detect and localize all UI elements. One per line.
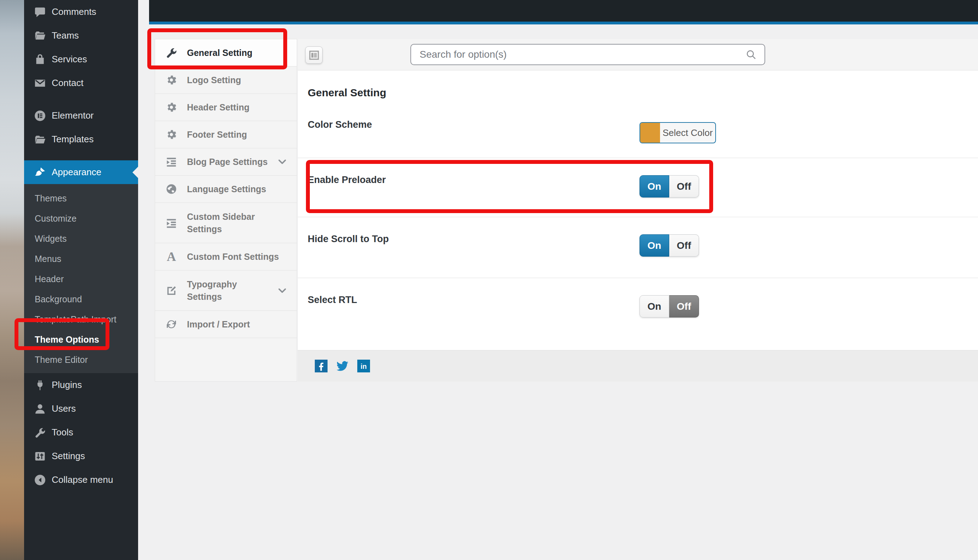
toggle-off-button[interactable]: Off xyxy=(669,295,699,318)
bag-icon xyxy=(34,53,46,65)
select-color-button[interactable]: Select Color xyxy=(639,122,716,143)
appearance-submenu: Themes Customize Widgets Menus Header Ba… xyxy=(24,184,138,373)
scroll-top-toggle: On Off xyxy=(639,234,699,257)
submenu-item-widgets[interactable]: Widgets xyxy=(24,229,138,249)
chevron-down-icon xyxy=(277,285,287,296)
nav-item-label: Language Settings xyxy=(187,183,293,195)
nav-item-label: Import / Export xyxy=(187,318,293,331)
nav-item-label: General Setting xyxy=(187,47,293,59)
content-header xyxy=(298,39,978,70)
facebook-icon[interactable] xyxy=(315,360,327,372)
submenu-item-themes[interactable]: Themes xyxy=(24,188,138,208)
submenu-item-theme-editor[interactable]: Theme Editor xyxy=(24,350,138,370)
sidebar-item-label: Plugins xyxy=(52,380,82,390)
toggle-off-button[interactable]: Off xyxy=(669,175,699,198)
toggle-on-button[interactable]: On xyxy=(639,295,669,318)
nav-item-general-setting[interactable]: General Setting xyxy=(155,39,297,67)
sidebar-separator xyxy=(24,95,138,104)
edit-icon xyxy=(165,284,178,297)
svg-text:in: in xyxy=(360,362,367,370)
sidebar-item-collapse-menu[interactable]: Collapse menu xyxy=(24,468,138,492)
nav-item-custom-font-settings[interactable]: A Custom Font Settings xyxy=(155,243,297,270)
admin-topbar xyxy=(149,0,978,22)
nav-item-label: Header Setting xyxy=(187,101,293,113)
nav-item-label: Logo Setting xyxy=(187,74,293,87)
nav-item-custom-sidebar-settings[interactable]: Custom Sidebar Settings xyxy=(155,203,297,243)
topbar-accent-line xyxy=(149,22,978,25)
toggle-on-button[interactable]: On xyxy=(639,234,669,257)
nav-item-import-export[interactable]: Import / Export xyxy=(155,311,297,338)
submenu-item-templatepath-import[interactable]: TemplatePath Import xyxy=(24,309,138,330)
submenu-item-menus[interactable]: Menus xyxy=(24,249,138,269)
search-input[interactable] xyxy=(411,44,765,65)
twitter-icon[interactable] xyxy=(336,360,349,372)
submenu-item-customize[interactable]: Customize xyxy=(24,208,138,229)
content-body: General Setting Color Scheme Select Colo… xyxy=(298,70,978,350)
sidebar-item-contact[interactable]: Contact xyxy=(24,71,138,95)
submenu-item-header[interactable]: Header xyxy=(24,269,138,289)
sidebar-item-comments[interactable]: Comments xyxy=(24,0,138,24)
collapse-arrow-icon xyxy=(34,474,46,486)
gear-icon xyxy=(165,73,178,87)
sidebar-item-label: Collapse menu xyxy=(52,474,113,485)
sidebar-item-label: Settings xyxy=(52,451,85,462)
nav-item-header-setting[interactable]: Header Setting xyxy=(155,94,297,121)
sidebar-item-settings[interactable]: Settings xyxy=(24,444,138,468)
sliders-icon xyxy=(34,450,46,462)
sidebar-item-label: Elementor xyxy=(52,110,94,121)
sidebar-item-label: Comments xyxy=(52,7,96,17)
sidebar-item-tools[interactable]: Tools xyxy=(24,420,138,444)
toggle-off-button[interactable]: Off xyxy=(669,234,699,257)
folder-icon xyxy=(34,30,46,42)
sidebar-item-plugins[interactable]: Plugins xyxy=(24,373,138,397)
envelope-icon xyxy=(34,77,46,89)
nav-item-footer-setting[interactable]: Footer Setting xyxy=(155,121,297,148)
nav-item-blog-page-settings[interactable]: Blog Page Settings xyxy=(155,148,297,175)
sidebar-item-templates[interactable]: Templates xyxy=(24,127,138,151)
nav-item-label: Custom Sidebar Settings xyxy=(187,211,256,235)
sidebar-item-label: Services xyxy=(52,54,87,65)
brush-icon xyxy=(34,167,46,178)
rtl-toggle: On Off xyxy=(639,295,699,318)
submenu-item-theme-options[interactable]: Theme Options xyxy=(24,330,138,350)
gear-icon xyxy=(165,101,178,113)
option-row-hide-scroll-to-top: Hide Scroll to Top On Off xyxy=(298,217,978,278)
select-color-label: Select Color xyxy=(660,123,715,143)
elementor-icon xyxy=(34,110,46,122)
plug-icon xyxy=(34,379,46,391)
submenu-item-background[interactable]: Background xyxy=(24,289,138,309)
gear-icon xyxy=(165,128,178,141)
sidebar-item-label: Templates xyxy=(52,134,94,145)
option-row-select-rtl: Select RTL On Off xyxy=(298,278,978,350)
layout-toggle-button[interactable] xyxy=(305,47,322,64)
theme-options-content: General Setting Color Scheme Select Colo… xyxy=(298,39,978,381)
sidebar-item-label: Contact xyxy=(52,78,83,88)
nav-item-typography-settings[interactable]: Typography Settings xyxy=(155,270,297,311)
nav-item-language-settings[interactable]: Language Settings xyxy=(155,175,297,203)
nav-item-logo-setting[interactable]: Logo Setting xyxy=(155,67,297,94)
background-photo-strip xyxy=(0,0,24,560)
sidebar-item-appearance[interactable]: Appearance xyxy=(24,160,138,184)
option-label: Select RTL xyxy=(308,295,357,305)
folder-open-icon xyxy=(34,133,46,145)
nav-item-label: Custom Font Settings xyxy=(187,251,293,263)
toggle-on-button[interactable]: On xyxy=(639,175,669,198)
indent-list-icon xyxy=(165,155,178,168)
linkedin-icon[interactable]: in xyxy=(357,360,370,372)
nav-item-label: Typography Settings xyxy=(187,278,256,303)
sidebar-item-elementor[interactable]: Elementor xyxy=(24,104,138,127)
option-row-enable-preloader: Enable Preloader On Off xyxy=(298,158,978,217)
user-icon xyxy=(34,403,46,415)
wrench-icon xyxy=(34,427,46,438)
sidebar-item-users[interactable]: Users xyxy=(24,397,138,420)
social-links: in xyxy=(315,360,370,372)
page-title: General Setting xyxy=(298,70,978,103)
option-row-color-scheme: Color Scheme Select Color xyxy=(298,103,978,158)
current-menu-arrow-icon xyxy=(127,167,138,178)
sidebar-item-teams[interactable]: Teams xyxy=(24,24,138,47)
option-label: Color Scheme xyxy=(308,119,372,130)
sidebar-item-label: Teams xyxy=(52,30,79,41)
letter-a-icon: A xyxy=(165,250,178,263)
sidebar-item-services[interactable]: Services xyxy=(24,47,138,71)
color-swatch xyxy=(640,123,660,143)
